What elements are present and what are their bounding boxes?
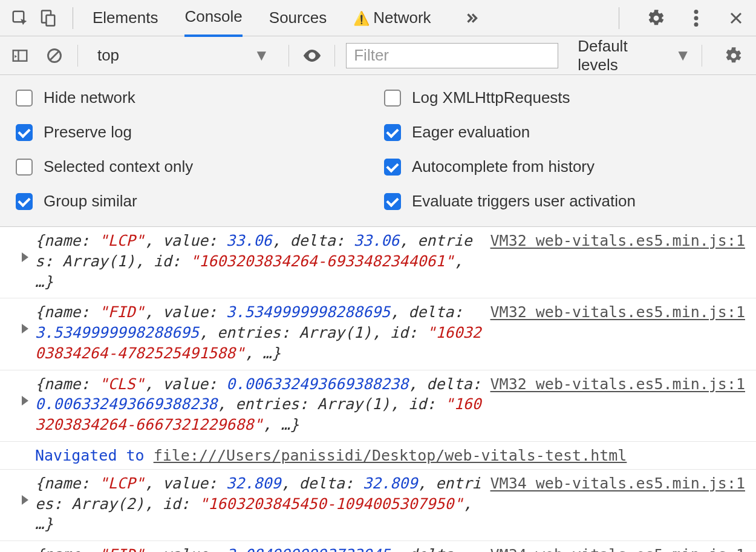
svg-point-4 (694, 16, 699, 20)
tab-network[interactable]: ⚠️Network (353, 0, 431, 36)
checkbox-icon[interactable] (384, 124, 401, 141)
console-settings-gear-icon[interactable] (722, 44, 745, 68)
navigation-message: Navigated to file:///Users/panissidi/Des… (0, 442, 756, 470)
disclosure-triangle-icon[interactable] (22, 324, 28, 334)
log-source-link[interactable]: VM34 web-vitals.es5.min.js:1 (490, 545, 745, 552)
checkbox-group-similar[interactable]: Group similar (16, 192, 372, 211)
checkbox-eager-evaluation[interactable]: Eager evaluation (384, 123, 740, 142)
checkbox-label: Preserve log (44, 123, 132, 142)
tab-elements[interactable]: Elements (93, 0, 158, 36)
tab-sources[interactable]: Sources (269, 0, 327, 36)
checkbox-icon[interactable] (16, 159, 33, 176)
svg-point-5 (694, 22, 699, 27)
context-value: top (97, 46, 119, 65)
separator (73, 7, 73, 29)
dropdown-caret-icon: ▼ (675, 46, 691, 65)
separator (288, 45, 289, 67)
checkbox-label: Evaluate triggers user activation (412, 192, 636, 211)
checkbox-icon[interactable] (384, 193, 401, 210)
dropdown-caret-icon: ▼ (254, 46, 270, 65)
checkbox-label: Autocomplete from history (412, 157, 595, 176)
checkbox-evaluate-triggers-user-activation[interactable]: Evaluate triggers user activation (384, 192, 740, 211)
checkbox-label: Group similar (44, 192, 137, 211)
checkbox-icon[interactable] (384, 90, 401, 107)
disclosure-triangle-icon[interactable] (22, 396, 28, 406)
log-source-link[interactable]: VM34 web-vitals.es5.min.js:1 (490, 473, 745, 494)
close-icon[interactable] (722, 4, 750, 32)
log-source-link[interactable]: VM32 web-vitals.es5.min.js:1 (490, 302, 745, 323)
checkbox-icon[interactable] (16, 124, 33, 141)
console-log-entry[interactable]: VM32 web-vitals.es5.min.js:1{name: "FID"… (0, 298, 756, 370)
checkbox-log-xmlhttprequests[interactable]: Log XMLHttpRequests (384, 88, 740, 107)
warning-icon: ⚠️ (353, 11, 370, 26)
more-tabs-icon[interactable] (458, 4, 486, 32)
log-levels-selector[interactable]: Default levels ▼ (578, 37, 691, 74)
svg-point-3 (694, 10, 699, 14)
separator (702, 45, 702, 67)
separator (334, 45, 335, 67)
navigation-url[interactable]: file:///Users/panissidi/Desktop/web-vita… (154, 447, 627, 464)
checkbox-selected-context-only[interactable]: Selected context only (16, 157, 372, 176)
live-expression-icon[interactable] (300, 44, 324, 68)
tab-network-label: Network (373, 8, 431, 27)
filter-input[interactable] (346, 43, 558, 68)
checkbox-label: Log XMLHttpRequests (412, 88, 570, 107)
svg-rect-2 (47, 15, 55, 26)
separator (619, 7, 619, 29)
checkbox-icon[interactable] (16, 90, 33, 107)
separator (77, 45, 78, 67)
panel-tabs: Elements Console Sources ⚠️Network (93, 0, 486, 37)
inspect-element-icon[interactable] (6, 4, 34, 32)
kebab-menu-icon[interactable] (682, 4, 710, 32)
checkbox-hide-network[interactable]: Hide network (16, 88, 372, 107)
log-source-link[interactable]: VM32 web-vitals.es5.min.js:1 (490, 231, 745, 251)
console-log-entry[interactable]: VM34 web-vitals.es5.min.js:1{name: "LCP"… (0, 470, 756, 541)
context-selector[interactable]: top ▼ (89, 44, 278, 68)
console-log-entry[interactable]: VM32 web-vitals.es5.min.js:1{name: "CLS"… (0, 370, 756, 442)
checkbox-autocomplete-from-history[interactable]: Autocomplete from history (384, 157, 740, 176)
disclosure-triangle-icon[interactable] (22, 495, 28, 505)
toggle-sidebar-icon[interactable] (8, 44, 32, 68)
console-log-entry[interactable]: VM32 web-vitals.es5.min.js:1{name: "LCP"… (0, 227, 756, 298)
console-settings-panel: Hide networkLog XMLHttpRequestsPreserve … (0, 75, 756, 227)
devtools-tab-bar: Elements Console Sources ⚠️Network (0, 0, 756, 36)
console-toolbar: top ▼ Default levels ▼ (0, 36, 756, 75)
console-log-area: VM32 web-vitals.es5.min.js:1{name: "LCP"… (0, 227, 756, 552)
checkbox-icon[interactable] (16, 193, 33, 210)
device-toolbar-icon[interactable] (34, 4, 62, 32)
tab-console[interactable]: Console (184, 0, 242, 37)
checkbox-label: Eager evaluation (412, 123, 530, 142)
levels-label: Default levels (578, 37, 669, 74)
checkbox-label: Selected context only (44, 157, 193, 176)
clear-console-icon[interactable] (43, 44, 67, 68)
console-log-entry[interactable]: VM34 web-vitals.es5.min.js:1{name: "FID"… (0, 541, 756, 552)
checkbox-label: Hide network (44, 88, 135, 107)
checkbox-icon[interactable] (384, 159, 401, 176)
log-source-link[interactable]: VM32 web-vitals.es5.min.js:1 (490, 374, 745, 395)
settings-gear-icon[interactable] (642, 4, 670, 32)
disclosure-triangle-icon[interactable] (22, 252, 28, 262)
checkbox-preserve-log[interactable]: Preserve log (16, 123, 372, 142)
